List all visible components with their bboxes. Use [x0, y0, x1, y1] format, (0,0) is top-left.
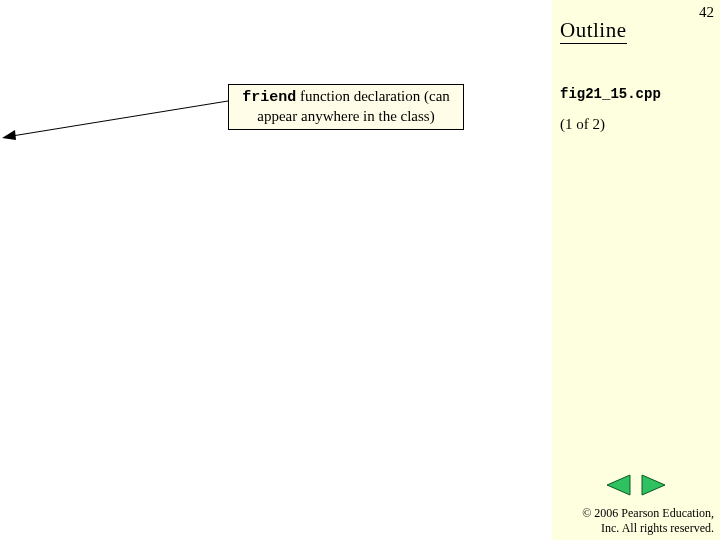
callout-box: friend function declaration (can appear …	[228, 84, 464, 130]
svg-marker-1	[642, 475, 665, 495]
part-label: (1 of 2)	[560, 116, 605, 133]
callout-keyword: friend	[242, 89, 296, 106]
right-panel: 42 Outline fig21_15.cpp (1 of 2) © 2006 …	[552, 0, 720, 540]
callout-line-1: friend function declaration (can	[235, 87, 457, 107]
file-name-label: fig21_15.cpp	[560, 86, 661, 102]
outline-title: Outline	[560, 18, 627, 44]
callout-line1-rest: function declaration (can	[296, 88, 450, 104]
nav-controls	[605, 474, 667, 496]
svg-marker-3	[2, 130, 16, 140]
svg-marker-0	[607, 475, 630, 495]
svg-line-2	[12, 101, 228, 136]
slide: 42 Outline fig21_15.cpp (1 of 2) © 2006 …	[0, 0, 720, 540]
prev-icon[interactable]	[605, 474, 631, 496]
next-icon[interactable]	[641, 474, 667, 496]
page-number: 42	[699, 4, 714, 21]
copyright-text: © 2006 Pearson Education, Inc. All right…	[552, 506, 714, 536]
callout-line-2: appear anywhere in the class)	[235, 107, 457, 125]
callout-arrow-icon	[0, 88, 230, 148]
